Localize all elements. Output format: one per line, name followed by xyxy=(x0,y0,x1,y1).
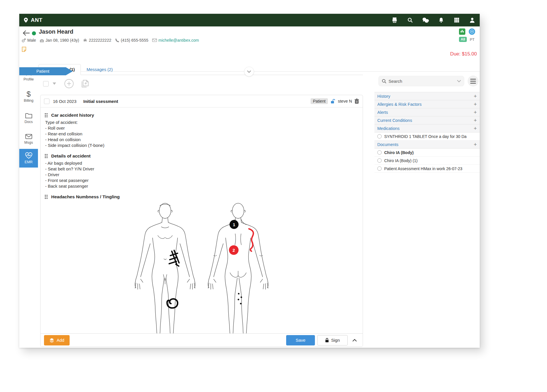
section-line: - Rear-end collision xyxy=(45,131,359,137)
radio-icon[interactable] xyxy=(377,158,382,163)
patient-demographics: Male Jan 08, 1980 (43y) 2222222222 (415)… xyxy=(22,38,199,43)
add-button[interactable]: Add xyxy=(44,335,70,345)
search-icon xyxy=(382,79,387,84)
rail-label: Docs xyxy=(24,120,32,124)
svg-text:1: 1 xyxy=(233,222,236,227)
collapse-encounter-button[interactable] xyxy=(350,338,359,343)
annotation-marker-2[interactable]: 2 xyxy=(229,245,238,255)
section-history[interactable]: History + xyxy=(374,92,480,100)
radio-icon[interactable] xyxy=(377,150,382,155)
unlock-icon[interactable] xyxy=(330,99,336,104)
document-item[interactable]: Chiro IA (Body) (1) xyxy=(374,157,480,165)
note-icon[interactable] xyxy=(22,47,26,52)
section-header-label: Allergies & Risk Factors xyxy=(377,102,422,107)
patient-banner[interactable]: Patient xyxy=(19,67,73,75)
section-allergies[interactable]: Allergies & Risk Factors + xyxy=(374,100,480,108)
annotation-marker-1[interactable]: 1 xyxy=(229,220,238,229)
duplicate-note-icon[interactable] xyxy=(81,79,89,88)
apps-grid-icon[interactable] xyxy=(453,17,460,24)
section-documents[interactable]: Documents + xyxy=(374,141,480,149)
body-chart[interactable]: 1 2 xyxy=(45,201,359,333)
radio-icon[interactable] xyxy=(377,166,382,171)
add-medication-icon[interactable]: + xyxy=(474,126,477,131)
add-encounter-icon[interactable] xyxy=(64,79,74,89)
pt-badge: PT xyxy=(470,37,475,42)
patient-name: Jason Heard xyxy=(39,28,73,35)
section-line: - Driver xyxy=(45,172,359,178)
back-arrow-icon[interactable] xyxy=(22,29,30,37)
add-history-icon[interactable]: + xyxy=(474,93,477,99)
org-logo-badge[interactable] xyxy=(469,28,475,35)
encounter-date: 16 Oct 2023 xyxy=(53,99,76,104)
phone-label: (415) 655-5555 xyxy=(121,38,148,43)
brand: ANT xyxy=(23,17,43,23)
add-button-label: Add xyxy=(57,338,64,343)
save-button[interactable]: Save xyxy=(286,335,315,345)
select-all-checkbox[interactable] xyxy=(43,81,49,87)
add-allergy-icon[interactable]: + xyxy=(474,101,477,107)
collapse-header-button[interactable] xyxy=(244,67,254,76)
right-panel: History + Allergies & Risk Factors + Ale… xyxy=(374,63,480,348)
document-item[interactable]: Chiro IA (Body) xyxy=(374,149,480,157)
add-condition-icon[interactable]: + xyxy=(474,118,477,123)
encounter-checkbox[interactable] xyxy=(44,99,49,104)
emr-heart-icon xyxy=(25,152,33,159)
section-line: - Seat belt on? Y/N Driver xyxy=(45,166,359,172)
section-lines: Type of accident: - Roll over - Rear-end… xyxy=(45,120,359,148)
chat-icon[interactable] xyxy=(422,17,429,24)
tab-bar: Encounters (1) Messages (2) xyxy=(38,64,363,75)
trash-icon[interactable] xyxy=(354,98,359,104)
sign-button[interactable]: Sign xyxy=(317,335,348,345)
search-box[interactable] xyxy=(378,76,464,86)
select-dropdown-caret[interactable] xyxy=(53,82,56,85)
drag-handle-icon[interactable] xyxy=(45,154,48,158)
tab-messages[interactable]: Messages (2) xyxy=(81,64,118,75)
annotation-abdomen-hatch xyxy=(169,250,179,266)
body-figure-back[interactable]: 1 2 xyxy=(205,201,271,333)
add-document-icon[interactable]: + xyxy=(474,142,477,147)
section-line: - Roll over xyxy=(45,125,359,131)
email-label[interactable]: michelle@antibex.com xyxy=(158,38,199,43)
document-item[interactable]: Patient Assessment HMax in work 26-07-23 xyxy=(374,165,480,173)
chevron-down-icon[interactable] xyxy=(457,80,461,82)
lock-icon xyxy=(325,338,329,343)
medication-item[interactable]: SYNTHROID 1 TABLET Once a day for 30 Da xyxy=(374,132,480,141)
sidebar-item-docs[interactable]: Docs xyxy=(19,112,38,124)
bell-icon[interactable] xyxy=(438,17,445,24)
health-id-label: 2222222222 xyxy=(89,38,111,43)
section-alerts[interactable]: Alerts + xyxy=(374,108,480,116)
drag-handle-icon[interactable] xyxy=(45,113,48,118)
main-area: Encounters (1) Messages (2) 16 Oct 2023 … xyxy=(38,63,374,348)
section-line: Type of accident: xyxy=(45,120,359,125)
trillium-icon xyxy=(83,38,87,43)
location-pin-icon xyxy=(23,17,28,23)
rail-label: EMR xyxy=(25,160,33,164)
all-badge[interactable]: All xyxy=(459,37,467,42)
panel-menu-icon[interactable] xyxy=(468,76,479,87)
top-bar: ANT xyxy=(19,14,480,26)
search-input[interactable] xyxy=(389,79,455,84)
body-figure-front[interactable] xyxy=(132,201,198,333)
search-icon[interactable] xyxy=(407,17,414,24)
section-lines: - Air bags deployed - Seat belt on? Y/N … xyxy=(45,160,359,189)
printer-icon[interactable] xyxy=(391,17,398,24)
sidebar-item-billing[interactable]: $ Billing xyxy=(19,90,38,103)
section-current-conditions[interactable]: Current Conditions + xyxy=(374,116,480,124)
phone-icon xyxy=(115,38,119,43)
rail-label: Msgs xyxy=(24,141,33,145)
drag-handle-icon[interactable] xyxy=(45,195,48,199)
section-title: Headaches Numbness / Tingling xyxy=(51,194,120,199)
sidebar-item-emr[interactable]: EMR xyxy=(19,149,38,168)
add-alert-icon[interactable]: + xyxy=(474,109,477,115)
layers-icon xyxy=(49,338,54,343)
sidebar-item-msgs[interactable]: Msgs xyxy=(19,133,38,145)
ontario-trillium-badge[interactable] xyxy=(459,28,465,35)
male-icon xyxy=(22,38,26,43)
svg-text:2: 2 xyxy=(233,248,235,253)
user-icon[interactable] xyxy=(469,17,476,24)
section-title-row: Car accident history xyxy=(45,113,359,118)
radio-icon[interactable] xyxy=(377,134,382,139)
encounter-title[interactable]: Initial ssessment xyxy=(83,99,118,104)
section-medications[interactable]: Medications + xyxy=(374,124,480,132)
section-title-row: Headaches Numbness / Tingling xyxy=(45,194,359,199)
